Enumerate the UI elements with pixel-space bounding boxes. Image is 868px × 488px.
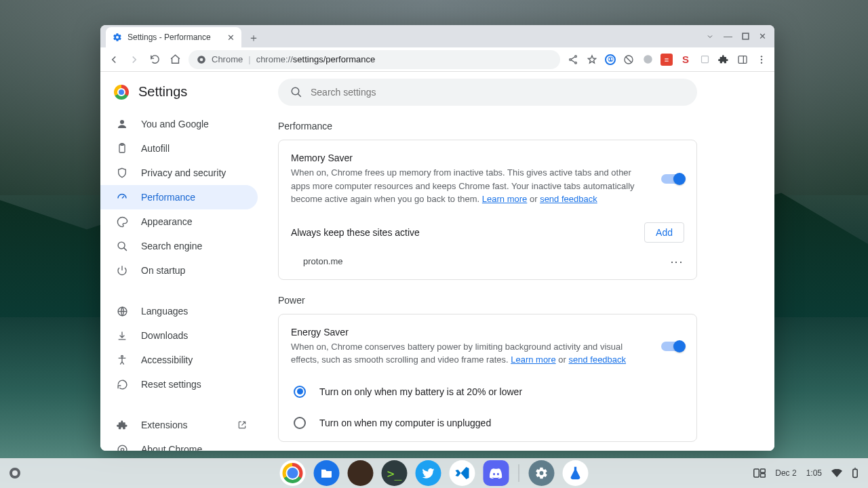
radio-button-checked[interactable] [294, 386, 306, 398]
tab-strip: Settings - Performance ✕ ＋ — ✕ [100, 25, 774, 47]
settings-header: Settings [100, 77, 274, 108]
window-close-button[interactable]: ✕ [759, 31, 766, 41]
tab-title: Settings - Performance [127, 33, 222, 42]
back-button[interactable] [107, 53, 121, 66]
sidebar-item-appearance[interactable]: Appearance [100, 209, 258, 234]
settings-search-bar[interactable] [278, 79, 697, 106]
chrome-outline-icon [115, 444, 129, 451]
sidebar-item-accessibility[interactable]: Accessibility [100, 348, 258, 372]
shelf-app-row: >_ [280, 460, 589, 486]
sidebar-item-search-engine[interactable]: Search engine [100, 234, 258, 258]
sidebar-item-label: Privacy and security [141, 167, 226, 178]
person-icon [115, 118, 129, 130]
address-bar[interactable]: Chrome | chrome://settings/performance [189, 50, 560, 69]
sidebar-item-about[interactable]: About Chrome [100, 437, 258, 451]
svg-point-18 [121, 355, 123, 357]
sidebar-item-label: Extensions [141, 420, 187, 430]
forward-button[interactable] [127, 53, 141, 66]
speedometer-icon [115, 191, 129, 203]
shelf-app-settings[interactable] [529, 460, 555, 486]
radio-row-20pct[interactable]: Turn on only when my battery is at 20% o… [279, 376, 696, 407]
shelf-app-files[interactable] [314, 460, 340, 486]
tab-close-icon[interactable]: ✕ [227, 33, 235, 43]
radio-label: Turn on only when my battery is at 20% o… [319, 386, 522, 397]
tab-active[interactable]: Settings - Performance ✕ [106, 27, 241, 47]
reload-button[interactable] [148, 53, 161, 66]
shelf-app-discord[interactable] [484, 460, 509, 486]
shelf-app-brown[interactable] [348, 460, 374, 486]
site-hostname: proton.me [303, 256, 343, 266]
extension-grey-icon[interactable] [642, 54, 654, 66]
sidebar-item-label: Search engine [141, 241, 202, 251]
shelf-app-flask[interactable] [563, 460, 589, 486]
globe-icon [115, 306, 129, 317]
settings-sidebar: Settings You and Google Autofill Privacy… [100, 72, 274, 451]
window-minimize-button[interactable]: — [724, 31, 732, 41]
browser-window: Settings - Performance ✕ ＋ — ✕ Chrome | … [100, 25, 774, 451]
sidebar-item-downloads[interactable]: Downloads [100, 323, 258, 348]
overflow-menu-icon[interactable] [755, 54, 768, 66]
sidebar-item-on-startup[interactable]: On startup [100, 258, 258, 283]
shelf-taskbar: >_ Dec 2 1:05 [0, 458, 868, 488]
shelf-status-area[interactable]: Dec 2 1:05 [753, 468, 868, 479]
energy-saver-toggle[interactable] [661, 342, 684, 351]
send-feedback-link[interactable]: send feedback [540, 194, 597, 204]
share-icon[interactable] [567, 54, 579, 66]
launcher-button[interactable] [9, 468, 20, 479]
svg-point-4 [570, 58, 572, 60]
shelf-app-chrome[interactable] [280, 460, 306, 486]
search-input[interactable] [311, 87, 685, 98]
shelf-app-twitter[interactable] [416, 460, 441, 486]
extensions-puzzle-icon[interactable] [717, 54, 730, 66]
side-panel-icon[interactable] [736, 54, 749, 66]
memory-saver-description: When on, Chrome frees up memory from ina… [291, 166, 648, 206]
svg-rect-23 [761, 469, 766, 472]
sidebar-item-label: You and Google [141, 119, 209, 129]
extension-s-icon[interactable]: S [679, 54, 692, 66]
new-tab-button[interactable]: ＋ [244, 28, 263, 47]
window-maximize-button[interactable] [742, 33, 749, 40]
shelf-app-terminal[interactable]: >_ [382, 460, 408, 486]
energy-saver-title: Energy Saver [291, 327, 648, 338]
learn-more-link[interactable]: Learn more [511, 354, 555, 365]
sidebar-item-label: Performance [141, 192, 195, 203]
sidebar-item-performance[interactable]: Performance [100, 185, 258, 209]
extension-1password-icon[interactable]: ① [605, 54, 616, 65]
svg-point-11 [761, 58, 762, 60]
sidebar-item-autofill[interactable]: Autofill [100, 136, 258, 161]
svg-rect-8 [701, 56, 708, 63]
radio-row-unplugged[interactable]: Turn on when my computer is unplugged [279, 407, 696, 439]
svg-rect-24 [761, 474, 766, 477]
extension-box-icon[interactable] [698, 54, 711, 66]
sidebar-section-footer: Extensions About Chrome [100, 409, 274, 451]
wifi-icon [831, 469, 842, 477]
sidebar-item-privacy[interactable]: Privacy and security [100, 161, 258, 185]
extension-block-icon[interactable] [623, 54, 635, 66]
add-site-button[interactable]: Add [644, 222, 684, 243]
open-in-new-icon [237, 420, 247, 430]
shelf-app-vscode[interactable] [450, 460, 475, 486]
radio-button-unchecked[interactable] [294, 417, 306, 429]
sidebar-item-label: Downloads [141, 330, 188, 341]
learn-more-link[interactable]: Learn more [482, 194, 527, 204]
chrome-badge-icon [197, 55, 206, 64]
sidebar-item-reset[interactable]: Reset settings [100, 372, 258, 396]
status-time: 1:05 [806, 468, 822, 478]
sidebar-section-main: You and Google Autofill Privacy and secu… [100, 108, 274, 287]
tab-search-dropdown-icon[interactable] [706, 33, 714, 41]
site-more-menu-icon[interactable]: ⋮ [669, 256, 684, 267]
sidebar-item-extensions[interactable]: Extensions [100, 413, 258, 437]
sidebar-item-label: Languages [141, 306, 188, 317]
send-feedback-link[interactable]: send feedback [568, 354, 626, 365]
extension-todoist-icon[interactable]: ≡ [660, 54, 673, 66]
sidebar-item-languages[interactable]: Languages [100, 299, 258, 323]
clipboard-icon [115, 142, 129, 155]
shield-icon [115, 167, 129, 179]
sidebar-item-you-and-google[interactable]: You and Google [100, 112, 258, 136]
svg-point-3 [575, 56, 577, 58]
battery-icon [852, 468, 859, 479]
home-button[interactable] [168, 53, 182, 66]
bookmark-star-icon[interactable] [586, 54, 598, 66]
overview-icon[interactable] [753, 468, 766, 478]
memory-saver-toggle[interactable] [661, 174, 684, 184]
